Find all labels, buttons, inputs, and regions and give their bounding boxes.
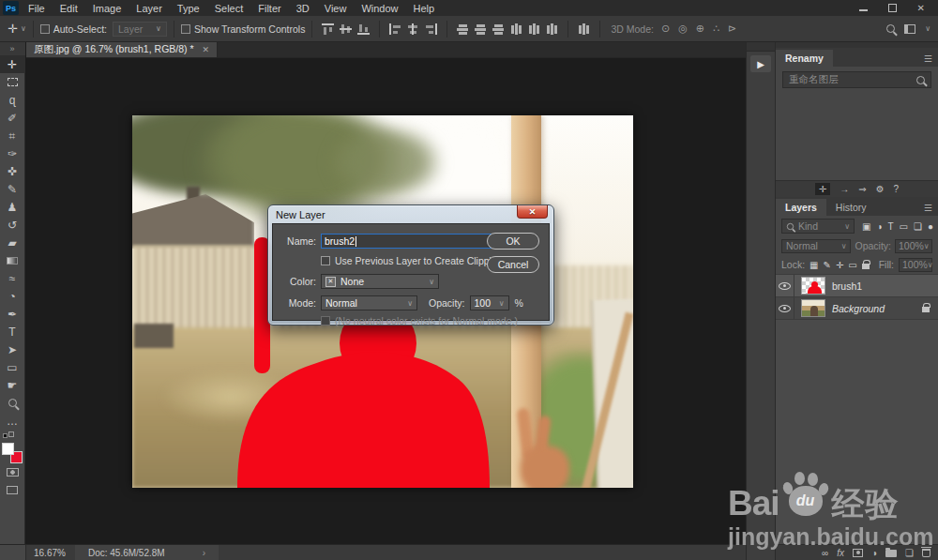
layer-thumbnail[interactable] — [801, 277, 825, 295]
filter-type-icon[interactable]: T — [888, 221, 894, 232]
tool-dodge[interactable]: ◔ — [0, 287, 25, 305]
tool-quick-mask[interactable] — [0, 463, 25, 481]
align-bottom-edges-icon[interactable] — [357, 23, 370, 35]
3d-pan-icon[interactable]: ⊕ — [696, 23, 704, 35]
double-arrow-icon[interactable]: ⇒ — [858, 184, 866, 194]
dialog-title-bar[interactable]: New Layer — [268, 205, 553, 223]
tool-move[interactable]: ✛ — [0, 55, 25, 73]
fill-dropdown[interactable]: 100% ∨ — [899, 258, 932, 272]
minimize-icon[interactable] — [859, 5, 868, 12]
filter-smart-icon[interactable]: ❏ — [914, 221, 922, 232]
auto-select-checkbox[interactable] — [40, 24, 50, 34]
distribute-horizontal-centers-icon[interactable] — [528, 23, 540, 35]
show-transform-checkbox[interactable] — [181, 24, 190, 34]
tab-close-icon[interactable]: ✕ — [203, 45, 210, 54]
align-top-edges-icon[interactable] — [322, 23, 334, 35]
tool-type[interactable]: T — [0, 323, 25, 341]
toolbar-ellipsis[interactable]: … — [0, 412, 25, 430]
align-horizontal-centers-icon[interactable] — [407, 23, 419, 35]
lock-artboard-icon[interactable]: ▭ — [848, 260, 856, 270]
menu-type[interactable]: Type — [177, 3, 200, 14]
tool-quick-select[interactable]: ✐ — [0, 109, 25, 127]
menu-window[interactable]: Window — [361, 3, 398, 14]
filter-toggle-icon[interactable]: ● — [928, 221, 933, 232]
menu-edit[interactable]: Edit — [60, 3, 78, 14]
help-icon[interactable]: ? — [894, 184, 900, 194]
visibility-cell[interactable] — [776, 297, 794, 319]
lock-pixels-icon[interactable]: ✎ — [824, 260, 831, 270]
gear-icon[interactable]: ⚙ — [876, 184, 885, 194]
zoom-level[interactable]: 16.67% — [26, 548, 75, 558]
search-icon[interactable] — [886, 24, 895, 33]
filter-pixel-icon[interactable]: ▣ — [862, 221, 870, 232]
visibility-cell[interactable] — [776, 275, 794, 296]
tool-history-brush[interactable]: ↺ — [0, 216, 25, 234]
menu-filter[interactable]: Filter — [258, 3, 280, 14]
tool-crop[interactable]: ⌗ — [0, 127, 25, 144]
lock-position-icon[interactable]: ✛ — [836, 260, 843, 270]
cancel-button[interactable]: Cancel — [487, 256, 539, 273]
menu-3d[interactable]: 3D — [296, 3, 310, 14]
distribute-bottom-edges-icon[interactable] — [492, 23, 505, 35]
tab-layers[interactable]: Layers — [776, 199, 826, 216]
tool-lasso[interactable]: ɋ — [0, 91, 25, 109]
tool-brush[interactable]: ✎ — [0, 180, 25, 198]
3d-slide-icon[interactable]: ∴ — [713, 23, 719, 35]
new-group-icon[interactable] — [885, 550, 897, 557]
color-dropdown[interactable]: ✕ None ∨ — [321, 274, 439, 289]
3d-roll-icon[interactable]: ◎ — [678, 23, 688, 35]
menu-select[interactable]: Select — [215, 3, 244, 14]
ok-button[interactable]: OK — [487, 233, 539, 250]
chevron-down-icon[interactable]: ∨ — [925, 24, 930, 33]
menu-layer[interactable]: Layer — [136, 3, 162, 14]
3d-orbit-icon[interactable]: ⊙ — [661, 23, 670, 35]
clipping-mask-checkbox[interactable] — [321, 256, 330, 265]
close-icon[interactable]: ✕ — [917, 4, 925, 13]
document-tab[interactable]: 原图.jpg @ 16.7% (brush1, RGB/8) * ✕ — [26, 42, 218, 57]
tool-eyedropper[interactable]: ✑ — [0, 144, 25, 162]
tool-healing[interactable]: ✜ — [0, 162, 25, 180]
tool-smudge[interactable]: ≈ — [0, 269, 25, 287]
distribute-left-edges-icon[interactable] — [510, 23, 522, 35]
distribute-vertical-centers-icon[interactable] — [475, 23, 487, 35]
expand-panel-icon[interactable]: ▶ — [750, 55, 771, 72]
restore-icon[interactable] — [888, 4, 897, 12]
layer-thumbnail[interactable] — [801, 299, 825, 317]
panel-menu-icon[interactable]: ☰ — [918, 53, 938, 67]
tool-zoom[interactable] — [0, 394, 25, 412]
tool-pen[interactable]: ✒ — [0, 305, 25, 323]
workspace-icon[interactable] — [904, 24, 915, 34]
tool-eraser[interactable]: ▰ — [0, 234, 25, 251]
foreground-color-swatch[interactable] — [2, 443, 14, 455]
layer-name-input[interactable]: brush2 — [321, 234, 495, 249]
3d-camera-icon[interactable]: ⊳ — [728, 23, 736, 35]
status-chevron-icon[interactable]: › — [203, 548, 205, 558]
tab-history[interactable]: History — [826, 199, 876, 216]
lock-transparency-icon[interactable]: ▦ — [809, 260, 818, 270]
tool-clone-stamp[interactable]: ♟ — [0, 198, 25, 216]
mode-dropdown[interactable]: Normal ∨ — [321, 295, 417, 310]
tool-marquee[interactable] — [0, 73, 25, 91]
layer-name[interactable]: Background — [832, 303, 885, 314]
menu-file[interactable]: File — [28, 3, 45, 14]
tab-renamy[interactable]: Renamy — [776, 50, 833, 67]
rename-layer-input[interactable]: 重命名图层 — [782, 71, 931, 88]
auto-select-target-dropdown[interactable]: Layer ∨ — [113, 22, 167, 37]
toolbar-collapse-icon[interactable]: » — [0, 42, 25, 55]
align-right-edges-icon[interactable] — [425, 23, 437, 35]
align-left-edges-icon[interactable] — [389, 23, 401, 35]
filter-shape-icon[interactable]: ▭ — [900, 221, 908, 232]
distribute-top-edges-icon[interactable] — [457, 23, 469, 35]
tool-screen-mode[interactable] — [0, 481, 25, 499]
menu-view[interactable]: View — [325, 3, 347, 14]
distribute-right-edges-icon[interactable] — [546, 23, 558, 35]
distribute-spacing-icon[interactable] — [578, 23, 590, 35]
menu-image[interactable]: Image — [93, 3, 122, 14]
panel-opacity-dropdown[interactable]: 100% ∨ — [895, 239, 932, 253]
tool-gradient[interactable] — [0, 251, 25, 269]
menu-help[interactable]: Help — [414, 3, 435, 14]
layer-row-brush1[interactable]: brush1 — [776, 274, 938, 296]
tool-path-select[interactable]: ➤ — [0, 341, 25, 358]
transform-icon[interactable]: ✛ — [815, 183, 830, 195]
panel-menu-icon[interactable]: ☰ — [918, 203, 938, 216]
